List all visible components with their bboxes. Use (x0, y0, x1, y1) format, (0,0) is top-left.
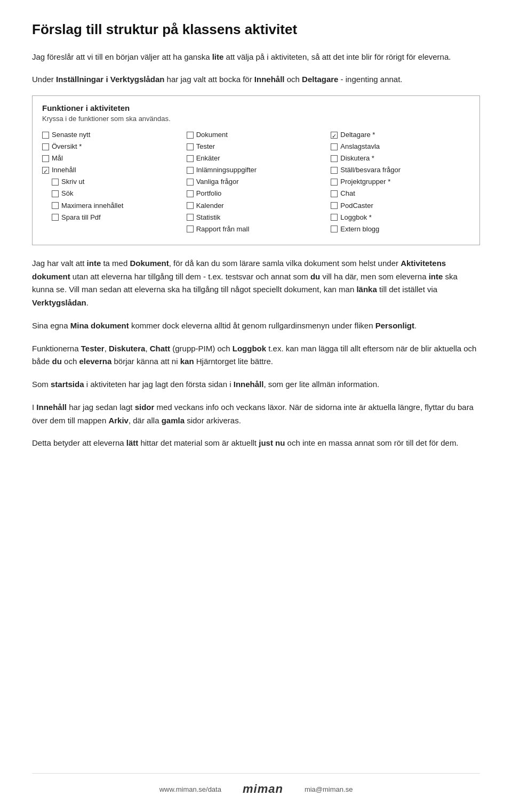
cb-maximera: Maximera innehållet (42, 200, 181, 212)
cb-innehall: Innehåll (42, 164, 181, 176)
cb-enkater: Enkäter (187, 152, 326, 164)
cb-stall-besvara-box (331, 167, 338, 174)
cb-spara-pdf: Spara till Pdf (42, 212, 181, 223)
footer-right: mia@miman.se (305, 785, 353, 793)
cb-portfolio: Portfolio (187, 188, 326, 199)
cb-deltagare: Deltagare * (331, 129, 470, 141)
box-title: Funktioner i aktiviteten (42, 103, 470, 112)
cb-chat: Chat (331, 188, 470, 199)
cb-oversikt-box (42, 143, 49, 150)
cb-oversikt: Översikt * (42, 141, 181, 152)
cb-vanliga: Vanliga frågor (187, 176, 326, 188)
cb-mal-box (42, 155, 49, 162)
cb-anslagstavla-box (331, 143, 338, 150)
paragraph-startsida: Som startsida i aktiviteten har jag lagt… (32, 378, 480, 391)
footer: www.miman.se/data miman mia@miman.se (32, 773, 480, 796)
cb-sok-box (52, 190, 59, 197)
cb-podcaster: PodCaster (331, 200, 470, 212)
paragraph-latt: Detta betyder att eleverna lätt hittar d… (32, 437, 480, 450)
cb-diskutera-box (331, 155, 338, 162)
cb-portfolio-box (187, 190, 194, 197)
cb-statistik: Statistik (187, 212, 326, 223)
col2: Dokument Tester Enkäter Inlämningsuppgif… (187, 129, 326, 235)
cb-dokument-box (187, 132, 194, 139)
cb-sok: Sök (42, 188, 181, 199)
cb-statistik-box (187, 214, 194, 221)
cb-anslagstavla: Anslagstavla (331, 141, 470, 152)
paragraph-dokument: Jag har valt att inte ta med Dokument, f… (32, 257, 480, 310)
cb-spara-pdf-box (52, 214, 59, 221)
col3: Deltagare * Anslagstavla Diskutera * Stä… (331, 129, 470, 235)
paragraph-mina-dokument: Sina egna Mina dokument kommer dock elev… (32, 319, 480, 333)
cb-inlamning: Inlämningsuppgifter (187, 164, 326, 176)
cb-senaste-nytt-box (42, 132, 49, 139)
cb-dokument: Dokument (187, 129, 326, 141)
cb-deltagare-box (331, 132, 338, 139)
page-title: Förslag till struktur på klassens aktivi… (32, 21, 480, 38)
cb-tester-box (187, 143, 194, 150)
cb-extern-blogg-box (331, 226, 338, 232)
box-subtitle: Kryssa i de funktioner som ska användas. (42, 115, 470, 123)
cb-skriv-ut: Skriv ut (42, 176, 181, 188)
cb-inlamning-box (187, 167, 194, 174)
cb-mal: Mål (42, 152, 181, 164)
cb-podcaster-box (331, 202, 338, 209)
footer-logo: miman (243, 782, 283, 796)
functions-box: Funktioner i aktiviteten Kryssa i de fun… (32, 95, 480, 245)
cb-chat-box (331, 190, 338, 197)
paragraph-innehall-sidor: I Innehåll har jag sedan lagt sidor med … (32, 401, 480, 428)
cb-maximera-box (52, 202, 59, 209)
cb-projektgrupper: Projektgrupper * (331, 176, 470, 188)
cb-loggbok: Loggbok * (331, 212, 470, 223)
checkbox-grid: Senaste nytt Översikt * Mål Innehåll Skr… (42, 129, 470, 235)
cb-extern-blogg: Extern blogg (331, 223, 470, 235)
cb-senaste-nytt: Senaste nytt (42, 129, 181, 141)
intro-paragraph: Jag föreslår att vi till en början välje… (32, 51, 480, 63)
cb-rapport: Rapport från mall (187, 223, 326, 235)
cb-kalender-box (187, 202, 194, 209)
col1: Senaste nytt Översikt * Mål Innehåll Skr… (42, 129, 181, 235)
cb-tester: Tester (187, 141, 326, 152)
cb-loggbok-box (331, 214, 338, 221)
cb-rapport-box (187, 226, 194, 232)
cb-skriv-ut-box (52, 179, 59, 186)
footer-left: www.miman.se/data (159, 785, 221, 793)
settings-paragraph: Under Inställningar i Verktygslådan har … (32, 73, 480, 86)
paragraph-funktioner: Funktionerna Tester, Diskutera, Chatt (g… (32, 342, 480, 369)
cb-projektgrupper-box (331, 179, 338, 186)
cb-innehall-box (42, 167, 49, 174)
cb-diskutera: Diskutera * (331, 152, 470, 164)
cb-stall-besvara: Ställ/besvara frågor (331, 164, 470, 176)
cb-kalender: Kalender (187, 200, 326, 212)
cb-vanliga-box (187, 179, 194, 186)
cb-enkater-box (187, 155, 194, 162)
